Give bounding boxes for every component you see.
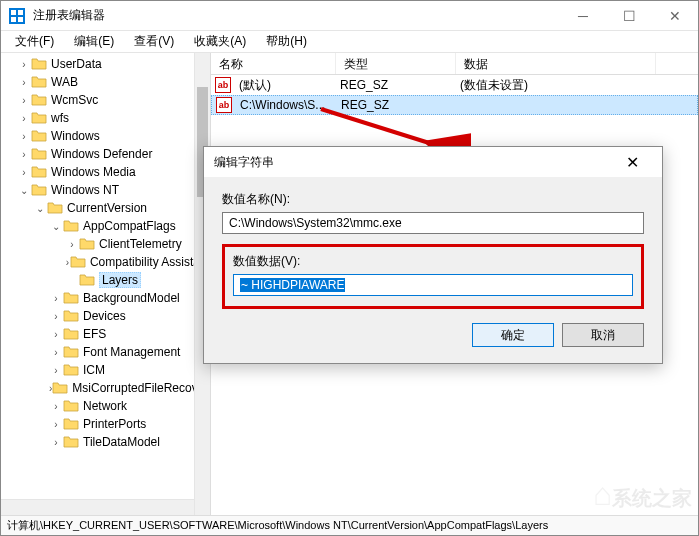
tree-node[interactable]: ›Windows Defender xyxy=(1,145,210,163)
tree-label: ICM xyxy=(83,363,105,377)
tree-node[interactable]: ›WAB xyxy=(1,73,210,91)
tree-label: PrinterPorts xyxy=(83,417,146,431)
tree-label: Layers xyxy=(99,272,141,288)
tree-node[interactable]: ›ClientTelemetry xyxy=(1,235,210,253)
value-data-input[interactable]: ~ HIGHDPIAWARE xyxy=(233,274,633,296)
tree-label: AppCompatFlags xyxy=(83,219,176,233)
folder-icon xyxy=(63,435,79,449)
folder-icon xyxy=(31,75,47,89)
expand-icon[interactable]: › xyxy=(49,437,63,448)
tree-node[interactable]: ⌄Windows NT xyxy=(1,181,210,199)
menu-help[interactable]: 帮助(H) xyxy=(256,31,317,52)
expand-icon[interactable]: › xyxy=(49,401,63,412)
tree-label: TileDataModel xyxy=(83,435,160,449)
folder-icon xyxy=(63,399,79,413)
expand-icon[interactable]: › xyxy=(49,311,63,322)
collapse-icon[interactable]: ⌄ xyxy=(17,185,31,196)
tree-panel[interactable]: ›UserData›WAB›WcmSvc›wfs›Windows›Windows… xyxy=(1,53,211,515)
expand-icon[interactable]: › xyxy=(17,95,31,106)
menu-edit[interactable]: 编辑(E) xyxy=(64,31,124,52)
expand-icon[interactable]: › xyxy=(17,113,31,124)
tree-label: Network xyxy=(83,399,127,413)
tree-label: ClientTelemetry xyxy=(99,237,182,251)
menubar: 文件(F) 编辑(E) 查看(V) 收藏夹(A) 帮助(H) xyxy=(1,31,698,53)
tree-node[interactable]: ›PrinterPorts xyxy=(1,415,210,433)
list-row[interactable]: abC:\Windows\S...REG_SZ xyxy=(211,95,698,115)
collapse-icon[interactable]: ⌄ xyxy=(49,221,63,232)
svg-rect-1 xyxy=(11,10,16,15)
expand-icon[interactable]: › xyxy=(49,365,63,376)
expand-icon[interactable]: › xyxy=(49,293,63,304)
tree-node[interactable]: ›EFS xyxy=(1,325,210,343)
tree-node[interactable]: ›ICM xyxy=(1,361,210,379)
tree-label: WAB xyxy=(51,75,78,89)
string-value-icon: ab xyxy=(216,97,232,113)
expand-icon[interactable]: › xyxy=(49,347,63,358)
tree-label: CurrentVersion xyxy=(67,201,147,215)
folder-icon xyxy=(31,57,47,71)
tree-scrollbar-h[interactable] xyxy=(1,499,194,515)
folder-icon xyxy=(63,291,79,305)
svg-rect-4 xyxy=(18,17,23,22)
tree-label: Devices xyxy=(83,309,126,323)
statusbar: 计算机\HKEY_CURRENT_USER\SOFTWARE\Microsoft… xyxy=(1,515,698,535)
list-row[interactable]: ab(默认)REG_SZ(数值未设置) xyxy=(211,75,698,95)
window-titlebar: 注册表编辑器 ─ ☐ ✕ xyxy=(1,1,698,31)
tree-label: Compatibility Assistant xyxy=(90,255,210,269)
tree-label: UserData xyxy=(51,57,102,71)
expand-icon[interactable]: › xyxy=(49,419,63,430)
expand-icon[interactable]: › xyxy=(17,131,31,142)
cell-data: (数值未设置) xyxy=(456,77,656,94)
expand-icon[interactable]: › xyxy=(17,167,31,178)
svg-rect-3 xyxy=(11,17,16,22)
expand-icon[interactable]: › xyxy=(17,59,31,70)
tree-label: MsiCorruptedFileRecovery xyxy=(72,381,211,395)
tree-node[interactable]: ›Devices xyxy=(1,307,210,325)
tree-node[interactable]: Layers xyxy=(1,271,210,289)
expand-icon[interactable]: › xyxy=(17,77,31,88)
tree-node[interactable]: ›Windows Media xyxy=(1,163,210,181)
minimize-button[interactable]: ─ xyxy=(560,1,606,31)
expand-icon[interactable]: › xyxy=(65,239,79,250)
tree-node[interactable]: ›UserData xyxy=(1,55,210,73)
col-data[interactable]: 数据 xyxy=(456,53,656,74)
statusbar-path: 计算机\HKEY_CURRENT_USER\SOFTWARE\Microsoft… xyxy=(7,518,548,533)
edit-string-dialog: 编辑字符串 ✕ 数值名称(N): 数值数据(V): ~ HIGHDPIAWARE… xyxy=(203,146,663,364)
folder-icon xyxy=(63,219,79,233)
tree-node[interactable]: ›TileDataModel xyxy=(1,433,210,451)
tree-label: Windows Defender xyxy=(51,147,152,161)
tree-node[interactable]: ›WcmSvc xyxy=(1,91,210,109)
collapse-icon[interactable]: ⌄ xyxy=(33,203,47,214)
maximize-button[interactable]: ☐ xyxy=(606,1,652,31)
folder-icon xyxy=(31,111,47,125)
value-name-input[interactable] xyxy=(222,212,644,234)
folder-icon xyxy=(31,93,47,107)
tree-node[interactable]: ›Windows xyxy=(1,127,210,145)
col-name[interactable]: 名称 xyxy=(211,53,336,74)
col-type[interactable]: 类型 xyxy=(336,53,456,74)
tree-node[interactable]: ›Network xyxy=(1,397,210,415)
expand-icon[interactable]: › xyxy=(49,329,63,340)
tree-node[interactable]: ›wfs xyxy=(1,109,210,127)
close-button[interactable]: ✕ xyxy=(652,1,698,31)
tree-label: BackgroundModel xyxy=(83,291,180,305)
list-header: 名称 类型 数据 xyxy=(211,53,698,75)
tree-node[interactable]: ⌄CurrentVersion xyxy=(1,199,210,217)
expand-icon[interactable]: › xyxy=(17,149,31,160)
cell-type: REG_SZ xyxy=(337,98,457,112)
tree-label: WcmSvc xyxy=(51,93,98,107)
menu-view[interactable]: 查看(V) xyxy=(124,31,184,52)
ok-button[interactable]: 确定 xyxy=(472,323,554,347)
tree-node[interactable]: ⌄AppCompatFlags xyxy=(1,217,210,235)
cancel-button[interactable]: 取消 xyxy=(562,323,644,347)
menu-favorites[interactable]: 收藏夹(A) xyxy=(184,31,256,52)
dialog-close-button[interactable]: ✕ xyxy=(612,147,652,177)
tree-node[interactable]: ›Compatibility Assistant xyxy=(1,253,210,271)
folder-icon xyxy=(63,327,79,341)
menu-file[interactable]: 文件(F) xyxy=(5,31,64,52)
tree-label: Font Management xyxy=(83,345,180,359)
tree-node[interactable]: ›MsiCorruptedFileRecovery xyxy=(1,379,210,397)
string-value-icon: ab xyxy=(215,77,231,93)
tree-node[interactable]: ›BackgroundModel xyxy=(1,289,210,307)
tree-node[interactable]: ›Font Management xyxy=(1,343,210,361)
